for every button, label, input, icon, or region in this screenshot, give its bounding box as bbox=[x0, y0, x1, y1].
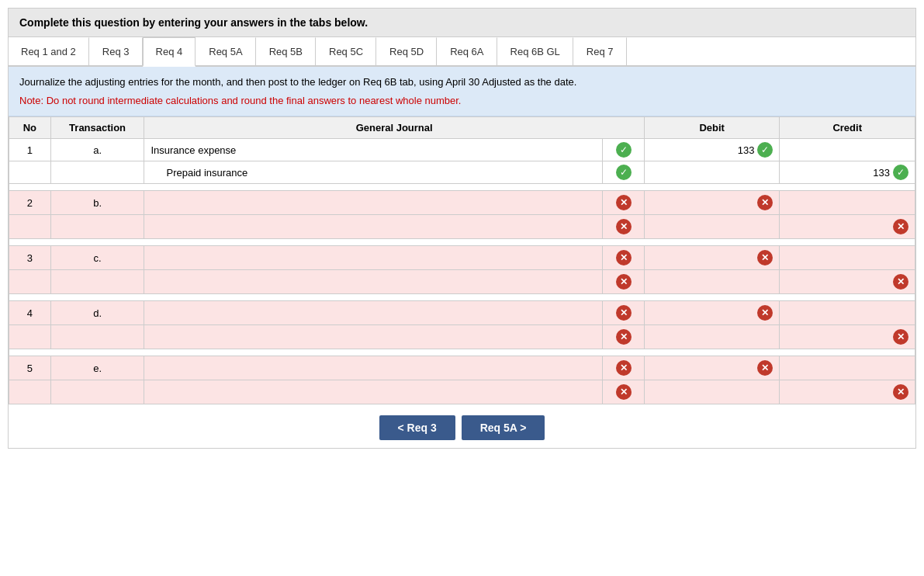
row-credit[interactable] bbox=[780, 246, 915, 270]
row-credit[interactable]: ✕ bbox=[780, 325, 915, 349]
debit-input[interactable] bbox=[711, 221, 773, 233]
x-icon: ✕ bbox=[757, 195, 773, 210]
row-credit[interactable] bbox=[780, 356, 915, 380]
row-credit[interactable]: ✕ bbox=[780, 270, 915, 294]
row-description[interactable] bbox=[144, 191, 603, 215]
row-description[interactable] bbox=[144, 380, 603, 404]
check-icon: ✓ bbox=[616, 142, 632, 158]
note-text: Note: Do not round intermediate calculat… bbox=[19, 93, 905, 109]
x-icon: ✕ bbox=[616, 329, 632, 345]
table-row: 3c.✕✕ bbox=[9, 246, 915, 270]
row-description[interactable] bbox=[144, 215, 603, 239]
col-general-journal: General Journal bbox=[144, 117, 644, 139]
credit-input[interactable] bbox=[828, 387, 890, 398]
debit-input[interactable] bbox=[692, 252, 754, 264]
row-debit[interactable]: ✕ bbox=[644, 246, 780, 270]
row-debit: 133✓ bbox=[644, 139, 780, 161]
row-credit bbox=[780, 139, 915, 161]
row-debit[interactable] bbox=[644, 270, 780, 294]
debit-input[interactable] bbox=[711, 331, 773, 343]
row-transaction: a. bbox=[50, 139, 144, 161]
table-row: Prepaid insurance✓133✓ bbox=[9, 161, 915, 184]
debit-input[interactable] bbox=[711, 276, 773, 288]
tab-req-6b-gl[interactable]: Req 6B GL bbox=[497, 37, 573, 65]
description-input[interactable] bbox=[151, 359, 596, 376]
x-icon: ✕ bbox=[893, 274, 908, 290]
row-no bbox=[9, 270, 51, 294]
table-row: ✕✕ bbox=[9, 325, 915, 349]
row-description[interactable] bbox=[144, 356, 603, 380]
description-input[interactable] bbox=[151, 249, 596, 266]
row-debit[interactable]: ✕ bbox=[644, 301, 780, 325]
credit-input[interactable] bbox=[846, 363, 908, 374]
row-description[interactable] bbox=[144, 270, 603, 294]
row-status-icon: ✓ bbox=[603, 139, 645, 161]
description-input[interactable] bbox=[151, 304, 596, 321]
debit-input[interactable] bbox=[692, 197, 754, 209]
tab-req-5c[interactable]: Req 5C bbox=[316, 37, 376, 65]
credit-input[interactable] bbox=[846, 197, 908, 209]
row-status-icon: ✕ bbox=[603, 356, 645, 380]
row-credit[interactable]: ✕ bbox=[780, 380, 915, 404]
row-no: 3 bbox=[9, 246, 51, 270]
row-no: 1 bbox=[9, 139, 51, 161]
credit-input[interactable] bbox=[846, 307, 908, 319]
row-debit[interactable] bbox=[644, 215, 780, 239]
row-debit[interactable]: ✕ bbox=[644, 191, 780, 215]
table-row: ✕✕ bbox=[9, 380, 915, 404]
debit-input[interactable] bbox=[692, 307, 754, 319]
table-row: 1a.Insurance expense✓133✓ bbox=[9, 139, 915, 161]
credit-input[interactable] bbox=[846, 252, 908, 264]
check-icon: ✓ bbox=[616, 165, 632, 180]
description-input[interactable] bbox=[166, 328, 596, 345]
debit-input[interactable] bbox=[692, 363, 754, 374]
x-icon: ✕ bbox=[893, 384, 908, 400]
row-credit[interactable] bbox=[780, 301, 915, 325]
row-spacer bbox=[9, 294, 915, 301]
row-credit[interactable]: ✕ bbox=[780, 215, 915, 239]
x-icon: ✕ bbox=[616, 384, 632, 400]
col-transaction: Transaction bbox=[50, 117, 144, 139]
row-description[interactable] bbox=[144, 246, 603, 270]
tab-req-5a[interactable]: Req 5A bbox=[196, 37, 255, 65]
debit-input[interactable] bbox=[711, 387, 773, 398]
row-no: 2 bbox=[9, 191, 51, 215]
row-debit[interactable] bbox=[644, 325, 780, 349]
check-icon: ✓ bbox=[893, 165, 908, 180]
x-icon: ✕ bbox=[757, 360, 773, 376]
row-transaction bbox=[50, 215, 144, 239]
row-credit[interactable] bbox=[780, 191, 915, 215]
row-no: 5 bbox=[9, 356, 51, 380]
tab-req-3[interactable]: Req 3 bbox=[89, 37, 143, 65]
credit-input[interactable] bbox=[828, 331, 890, 343]
credit-input[interactable] bbox=[828, 276, 890, 288]
tab-req-5b[interactable]: Req 5B bbox=[256, 37, 316, 65]
tab-req-7[interactable]: Req 7 bbox=[573, 37, 627, 65]
tabs-bar: Req 1 and 2Req 3Req 4Req 5AReq 5BReq 5CR… bbox=[9, 37, 915, 67]
description-input[interactable] bbox=[166, 218, 596, 235]
x-icon: ✕ bbox=[616, 274, 632, 290]
description-input[interactable] bbox=[151, 194, 596, 211]
row-debit[interactable]: ✕ bbox=[644, 356, 780, 380]
row-description[interactable] bbox=[144, 325, 603, 349]
credit-input[interactable] bbox=[828, 221, 890, 233]
description-input[interactable] bbox=[166, 383, 596, 401]
description-input[interactable] bbox=[166, 273, 596, 290]
tab-req-5d[interactable]: Req 5D bbox=[376, 37, 437, 65]
row-transaction bbox=[50, 270, 144, 294]
debit-value-text: 133 bbox=[738, 144, 755, 156]
x-icon: ✕ bbox=[757, 305, 773, 321]
table-row: 4d.✕✕ bbox=[9, 301, 915, 325]
tab-req-1-and-2[interactable]: Req 1 and 2 bbox=[9, 37, 89, 65]
x-icon: ✕ bbox=[616, 195, 632, 210]
row-debit[interactable] bbox=[644, 380, 780, 404]
x-icon: ✕ bbox=[616, 219, 632, 234]
col-no: No bbox=[9, 117, 51, 139]
tab-req-4[interactable]: Req 4 bbox=[143, 37, 196, 67]
row-description: Insurance expense bbox=[144, 139, 603, 161]
next-button[interactable]: Req 5A > bbox=[462, 415, 545, 440]
prev-button[interactable]: < Req 3 bbox=[379, 415, 455, 440]
tab-req-6a[interactable]: Req 6A bbox=[437, 37, 497, 65]
row-description[interactable] bbox=[144, 301, 603, 325]
row-status-icon: ✕ bbox=[603, 246, 645, 270]
